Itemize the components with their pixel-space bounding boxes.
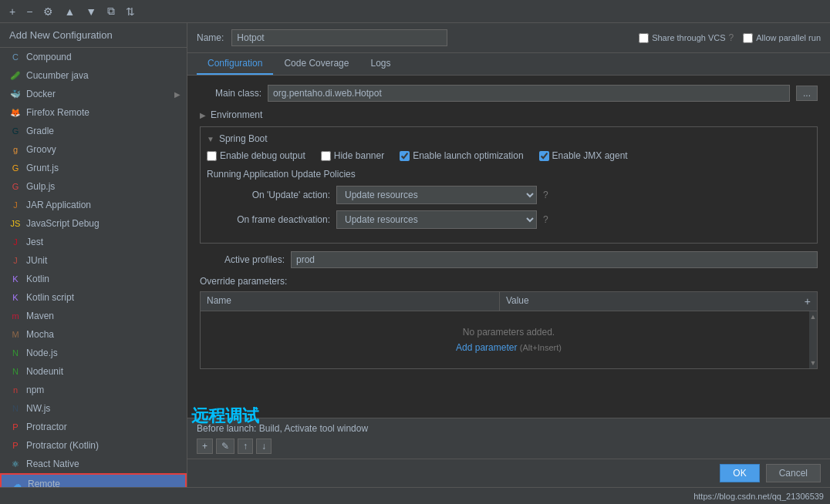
sidebar-item-label-remote: Remote <box>28 479 179 487</box>
scroll-up-btn[interactable]: ▲ <box>810 313 817 321</box>
environment-section-header[interactable]: ▶ Environment <box>200 109 818 120</box>
sidebar-item-icon-docker: 🐳 <box>9 88 22 100</box>
sidebar-item-label-node-js: Node.js <box>26 348 181 358</box>
cancel-button[interactable]: Cancel <box>766 464 821 482</box>
sidebar-item-npm[interactable]: nnpm <box>0 381 187 399</box>
remove-config-icon[interactable]: − <box>23 4 35 19</box>
sidebar-item-label-kotlin: Kotlin <box>26 274 181 284</box>
tab-logs[interactable]: Logs <box>359 53 401 75</box>
sidebar-item-node-js[interactable]: NNode.js <box>0 344 187 362</box>
share-vcs-checkbox[interactable] <box>639 33 649 43</box>
sidebar-item-docker[interactable]: 🐳Docker▶ <box>0 85 187 103</box>
sidebar-item-label-npm: npm <box>26 385 181 395</box>
add-param-hint: (Alt+Insert) <box>520 343 562 352</box>
sidebar-item-protractor[interactable]: PProtractor <box>0 418 187 436</box>
sidebar-item-label-protractor-kotlin: Protractor (Kotlin) <box>26 440 181 451</box>
sidebar-item-remote[interactable]: ☁Remote <box>0 473 187 487</box>
sidebar-item-label-nodeunit: Nodeunit <box>26 366 181 377</box>
tab-configuration[interactable]: Configuration <box>197 53 273 75</box>
sidebar-item-icon-jest: J <box>9 236 22 248</box>
settings-icon[interactable]: ⚙ <box>40 4 56 19</box>
hide-banner-checkbox[interactable] <box>321 151 331 161</box>
before-launch-down-button[interactable]: ↓ <box>256 438 272 454</box>
sidebar-item-compound[interactable]: CCompound <box>0 48 187 66</box>
tab-code-coverage[interactable]: Code Coverage <box>273 53 359 75</box>
main-class-input[interactable] <box>268 85 790 102</box>
sidebar-item-gulp-js[interactable]: GGulp.js <box>0 177 187 196</box>
active-profiles-input[interactable] <box>291 251 818 268</box>
config-name-input[interactable] <box>231 29 447 46</box>
on-deactivation-select[interactable]: Update resourcesUpdate classes and resou… <box>336 210 537 229</box>
allow-parallel-group: Allow parallel run <box>743 33 821 43</box>
on-update-select[interactable]: Update resourcesUpdate classes and resou… <box>336 186 537 204</box>
on-update-help-icon[interactable]: ? <box>543 190 548 200</box>
sidebar-item-nwjs[interactable]: NNW.js <box>0 399 187 418</box>
add-param-icon[interactable]: + <box>798 292 817 311</box>
sidebar-item-kotlin-script[interactable]: KKotlin script <box>0 288 187 307</box>
down-icon[interactable]: ▼ <box>83 4 100 19</box>
sidebar-item-icon-remote: ☁ <box>11 478 23 487</box>
enable-launch-checkbox[interactable] <box>400 151 410 161</box>
sidebar-item-firefox-remote[interactable]: 🦊Firefox Remote <box>0 103 187 122</box>
sidebar-item-groovy[interactable]: gGroovy <box>0 140 187 159</box>
active-profiles-row: Active profiles: <box>200 251 818 268</box>
enable-debug-item: Enable debug output <box>207 150 305 161</box>
toolbar: + − ⚙ ▲ ▼ ⧉ ⇅ <box>0 0 830 23</box>
sidebar-item-label-protractor: Protractor <box>26 422 181 432</box>
sidebar-item-nodeunit[interactable]: NNodeunit <box>0 362 187 381</box>
sidebar-item-icon-kotlin-script: K <box>9 291 22 304</box>
copy-icon[interactable]: ⧉ <box>104 3 118 19</box>
main-class-label: Main class: <box>200 88 261 99</box>
status-bar: https://blog.csdn.net/qq_21306539 <box>0 487 830 504</box>
sidebar-item-kotlin[interactable]: KKotlin <box>0 270 187 288</box>
sidebar-item-label-compound: Compound <box>26 52 181 62</box>
sidebar-item-icon-nodeunit: N <box>9 365 22 378</box>
sidebar-item-gradle[interactable]: GGradle <box>0 122 187 140</box>
before-launch-up-button[interactable]: ↑ <box>238 438 253 454</box>
main-class-browse-button[interactable]: ... <box>796 86 818 101</box>
sidebar-item-label-grunt-js: Grunt.js <box>26 163 181 173</box>
sidebar-item-protractor-kotlin[interactable]: PProtractor (Kotlin) <box>0 436 187 455</box>
sidebar-item-react-native[interactable]: ⚛React Native <box>0 455 187 473</box>
sidebar-item-jar-application[interactable]: JJAR Application <box>0 196 187 214</box>
up-icon[interactable]: ▲ <box>61 4 78 19</box>
on-update-label: On 'Update' action: <box>207 190 330 200</box>
sidebar-item-icon-javascript-debug: JS <box>9 217 22 230</box>
sidebar-item-icon-grunt-js: G <box>9 162 22 174</box>
col-name-header: Name <box>201 292 500 311</box>
allow-parallel-checkbox[interactable] <box>743 33 753 43</box>
sidebar-item-jest[interactable]: JJest <box>0 233 187 251</box>
sidebar-item-maven[interactable]: mMaven <box>0 307 187 325</box>
sidebar-item-icon-gulp-js: G <box>9 180 22 193</box>
enable-jmx-checkbox[interactable] <box>539 151 549 161</box>
sidebar-item-icon-node-js: N <box>9 347 22 359</box>
sidebar-item-label-junit: JUnit <box>26 255 181 266</box>
before-launch-edit-button[interactable]: ✎ <box>216 438 234 454</box>
scroll-down-btn[interactable]: ▼ <box>810 359 817 367</box>
before-launch-add-button[interactable]: + <box>197 438 213 454</box>
on-deactivation-help-icon[interactable]: ? <box>543 214 548 225</box>
enable-debug-checkbox[interactable] <box>207 151 217 161</box>
add-config-icon[interactable]: + <box>6 4 19 19</box>
sidebar-item-junit[interactable]: JJUnit <box>0 251 187 270</box>
sidebar-item-javascript-debug[interactable]: JSJavaScript Debug <box>0 214 187 233</box>
sort-icon[interactable]: ⇅ <box>123 4 138 19</box>
add-param-link[interactable]: Add parameter <box>456 342 517 353</box>
sidebar-item-icon-firefox-remote: 🦊 <box>9 106 22 119</box>
hide-banner-item: Hide banner <box>321 150 384 161</box>
sidebar-item-label-javascript-debug: JavaScript Debug <box>26 218 181 229</box>
sidebar-item-icon-cucumber-java: 🥒 <box>9 69 22 82</box>
sidebar-item-icon-protractor-kotlin: P <box>9 439 22 452</box>
params-empty-message: No parameters added. Add parameter (Alt+… <box>201 311 817 368</box>
sidebar-item-mocha[interactable]: MMocha <box>0 325 187 344</box>
sidebar-item-cucumber-java[interactable]: 🥒Cucumber java <box>0 66 187 85</box>
sidebar-item-grunt-js[interactable]: GGrunt.js <box>0 159 187 177</box>
sidebar-item-label-react-native: React Native <box>26 459 181 469</box>
sidebar-item-label-gradle: Gradle <box>26 126 181 136</box>
sidebar-item-label-jest: Jest <box>26 237 181 247</box>
right-panel: Name: Share through VCS ? Allow parallel… <box>187 23 830 487</box>
enable-launch-item: Enable launch optimization <box>400 150 523 161</box>
sidebar-item-icon-jar-application: J <box>9 199 22 211</box>
ok-button[interactable]: OK <box>720 464 759 482</box>
share-vcs-help-icon[interactable]: ? <box>729 32 734 43</box>
